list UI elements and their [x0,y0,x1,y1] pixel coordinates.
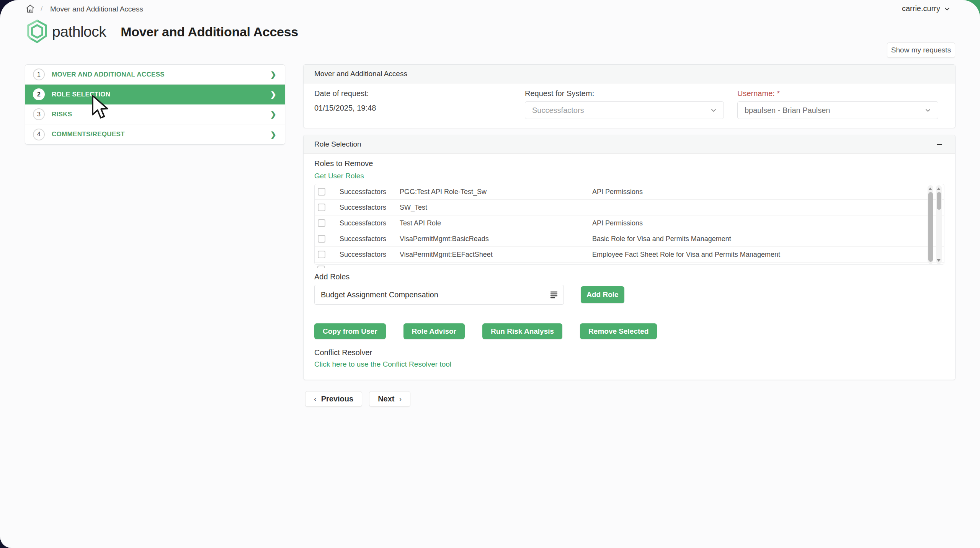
step-number: 2 [33,88,45,100]
table-row[interactable]: Successfactors Test API Role API Permiss… [315,215,944,231]
step-label: MOVER AND ADDITIONAL ACCESS [52,71,165,78]
date-of-request-label: Date of request: [314,89,376,98]
role-selection-card-header: Role Selection − [304,135,955,154]
cell-role: SW_Test [400,204,592,212]
cell-role: VisaPermitMgmt:EEFactSheet [400,251,592,259]
chevron-right-icon: ❯ [270,70,276,79]
scrollbar-thumb[interactable] [937,192,941,210]
previous-label: Previous [321,395,353,403]
role-action-buttons: Copy from User Role Advisor Run Risk Ana… [314,323,944,339]
request-for-system-group: Request for System: Successfactors [525,89,724,119]
scroll-down-icon[interactable] [937,259,941,262]
pathlock-logo-icon [25,19,49,44]
request-info-card: Mover and Additional Access Date of requ… [303,64,956,128]
add-roles-label: Add Roles [314,272,944,282]
scrollbar-outer[interactable] [936,185,942,264]
breadcrumb[interactable]: Mover and Additional Access [50,5,143,13]
show-my-requests-button[interactable]: Show my requests [887,42,955,58]
role-checkbox[interactable] [318,188,325,196]
role-checkbox[interactable] [318,219,325,227]
request-for-system-value: Successfactors [532,106,584,115]
request-info-card-header: Mover and Additional Access [304,65,955,83]
add-role-input-wrap [314,285,564,305]
table-row[interactable]: Successfactors SW_Test [315,200,944,215]
add-role-input[interactable] [314,285,564,305]
remove-selected-button[interactable]: Remove Selected [580,323,657,339]
cell-system: Successfactors [340,188,400,196]
chevron-right-icon: ❯ [270,130,276,139]
scroll-up-icon[interactable] [928,188,932,190]
table-row[interactable]: Successfactors PGG:Test API Role-Test_Sw… [315,184,944,200]
card-title: Role Selection [314,140,361,148]
run-risk-analysis-button[interactable]: Run Risk Analysis [482,323,562,339]
cell-role: PGG:Test API Role-Test_Sw [400,188,592,196]
previous-button[interactable]: ‹ Previous [305,391,362,407]
brand-wordmark: pathlock [52,23,106,40]
page-title: Mover and Additional Access [121,24,298,39]
add-role-button[interactable]: Add Role [581,286,624,303]
cell-role: Test API Role [400,219,592,227]
cell-description: API Permissions [592,188,643,196]
cell-description: API Permissions [592,219,643,227]
cell-system: Successfactors [340,235,400,243]
partial-row-checkbox [317,266,325,268]
collapse-minus-icon[interactable]: − [934,139,944,149]
home-icon[interactable] [25,4,35,14]
scrollbar-thumb[interactable] [928,192,933,262]
step-comments-request[interactable]: 4 COMMENTS/REQUEST ❯ [25,124,285,144]
roles-to-remove-table: Successfactors PGG:Test API Role-Test_Sw… [314,184,944,265]
next-label: Next [378,395,394,403]
role-list-picker-icon[interactable] [549,290,559,299]
username-select[interactable]: bpaulsen - Brian Paulsen [737,101,938,119]
scrollbar-inner[interactable] [928,185,933,264]
scroll-up-icon[interactable] [937,188,941,190]
step-role-selection[interactable]: 2 ROLE SELECTION ❯ [25,85,285,104]
step-number: 1 [33,68,45,80]
request-for-system-label: Request for System: [525,89,724,98]
chevron-down-icon [925,107,931,113]
username-value: bpaulsen - Brian Paulsen [745,106,830,115]
top-bar: / Mover and Additional Access carrie.cur… [0,0,980,18]
chevron-left-icon: ‹ [314,395,317,403]
username-group: Username: * bpaulsen - Brian Paulsen [737,89,938,119]
role-checkbox[interactable] [318,251,325,258]
role-selection-body: Roles to Remove Get User Roles Successfa… [304,154,955,369]
cell-system: Successfactors [340,219,400,227]
get-user-roles-link[interactable]: Get User Roles [314,171,364,181]
card-title: Mover and Additional Access [314,70,407,78]
chevron-down-icon [710,107,717,113]
role-advisor-button[interactable]: Role Advisor [403,323,465,339]
conflict-resolver-link[interactable]: Click here to use the Conflict Resolver … [314,360,451,369]
role-selection-card: Role Selection − Roles to Remove Get Use… [303,135,956,380]
add-roles-row: Add Role [314,285,944,305]
step-mover-and-additional-access[interactable]: 1 MOVER AND ADDITIONAL ACCESS ❯ [25,65,285,85]
next-button[interactable]: Next › [369,391,410,407]
role-checkbox[interactable] [318,204,325,211]
roles-to-remove-label: Roles to Remove [314,158,944,168]
wizard-steps: 1 MOVER AND ADDITIONAL ACCESS ❯ 2 ROLE S… [25,64,285,145]
username-required-label: Username: * [737,89,938,98]
conflict-resolver-label: Conflict Resolver [314,347,944,357]
page: / Mover and Additional Access carrie.cur… [0,0,980,548]
cell-description: Employee Fact Sheet Role for Visa and Pe… [592,251,780,259]
step-number: 4 [33,129,45,140]
step-number: 3 [33,108,45,120]
role-checkbox[interactable] [318,235,325,243]
wizard-footer-nav: ‹ Previous Next › [305,391,410,407]
request-for-system-select[interactable]: Successfactors [525,101,724,119]
cell-role: VisaPermitMgmt:BasicReads [400,235,592,243]
copy-from-user-button[interactable]: Copy from User [314,323,386,339]
table-row[interactable]: Successfactors VisaPermitMgmt:BasicReads… [315,231,944,247]
chevron-down-icon [944,6,950,12]
cell-system: Successfactors [340,251,400,259]
brand-row: pathlock Mover and Additional Access [25,19,298,44]
user-menu[interactable]: carrie.curry [902,4,950,13]
cell-description: Basic Role for Visa and Permits Manageme… [592,235,731,243]
chevron-right-icon: ❯ [270,110,276,119]
step-label: COMMENTS/REQUEST [52,130,125,138]
step-risks[interactable]: 3 RISKS ❯ [25,104,285,124]
table-row[interactable]: Successfactors VisaPermitMgmt:EEFactShee… [315,247,944,263]
app-window: / Mover and Additional Access carrie.cur… [0,0,980,548]
username-label: carrie.curry [902,4,940,13]
date-of-request-value: 01/15/2025, 19:48 [314,104,376,113]
